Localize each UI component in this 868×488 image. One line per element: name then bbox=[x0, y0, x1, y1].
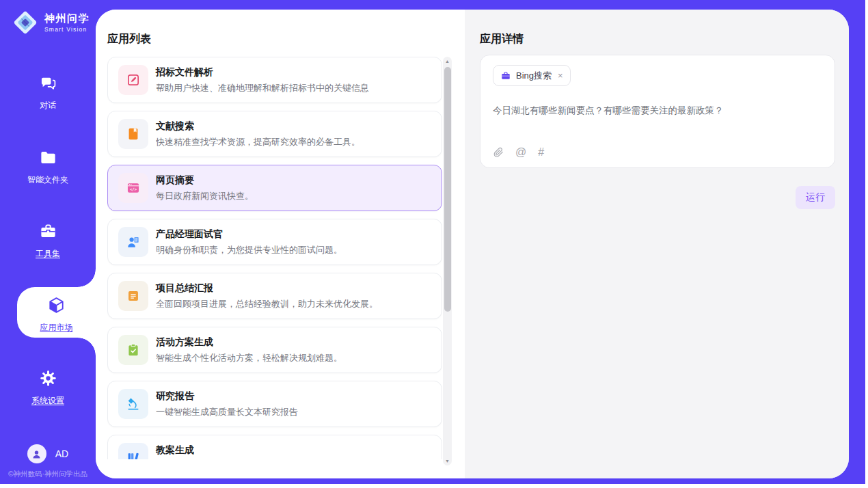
sidebar-item-smart-folders[interactable]: 智能文件夹 bbox=[0, 148, 96, 186]
user-name: AD bbox=[55, 448, 68, 459]
app-description: 智能生成个性化活动方案，轻松解决规划难题。 bbox=[156, 352, 342, 364]
app-list-item[interactable]: 招标文件解析帮助用户快速、准确地理解和解析招标书中的关键信息 bbox=[107, 57, 442, 103]
prompt-card: Bing搜索 × 今日湖北有哪些新闻要点？有哪些需要关注的最新政策？ @# bbox=[480, 55, 835, 168]
user-profile[interactable]: AD bbox=[0, 444, 96, 463]
sidebar: 神州问学 Smart Vision 对话智能文件夹工具集应用市场系统设置 AD … bbox=[0, 0, 96, 484]
content-card: 应用列表 招标文件解析帮助用户快速、准确地理解和解析招标书中的关键信息文献搜索快… bbox=[96, 10, 849, 478]
svg-text:</>: </> bbox=[130, 187, 137, 191]
app-description: 明确身份和职责，为您提供专业性的面试问题。 bbox=[156, 244, 342, 256]
run-button[interactable]: 运行 bbox=[796, 186, 835, 209]
app-list-title: 应用列表 bbox=[107, 32, 151, 46]
books-icon bbox=[118, 443, 148, 459]
app-list-item[interactable]: </>网页摘要每日政府新闻资讯快查。 bbox=[107, 165, 442, 211]
at-icon[interactable]: @ bbox=[515, 147, 526, 158]
app-list: 招标文件解析帮助用户快速、准确地理解和解析招标书中的关键信息文献搜索快速精准查找… bbox=[107, 57, 442, 459]
app-name: 招标文件解析 bbox=[156, 66, 369, 79]
app-description: 一键智能生成高质量长文本研究报告 bbox=[156, 406, 298, 418]
app-description: 快速精准查找学术资源，提高研究效率的必备工具。 bbox=[156, 136, 360, 148]
app-list-item[interactable]: 项目总结汇报全面回顾项目进展，总结经验教训，助力未来优化发展。 bbox=[107, 273, 442, 319]
app-name: 产品经理面试官 bbox=[156, 228, 342, 241]
run-row: 运行 bbox=[796, 186, 835, 209]
app-detail-title: 应用详情 bbox=[480, 32, 524, 46]
scrollbar[interactable]: ▲ ▼ bbox=[443, 57, 452, 465]
close-icon[interactable]: × bbox=[558, 70, 563, 81]
app-description: 每日政府新闻资讯快查。 bbox=[156, 190, 254, 202]
query-text[interactable]: 今日湖北有哪些新闻要点？有哪些需要关注的最新政策？ bbox=[493, 105, 822, 117]
hash-icon[interactable]: # bbox=[538, 147, 544, 158]
gear-icon bbox=[39, 369, 57, 388]
brand-tagline: Smart Vision bbox=[44, 26, 90, 33]
app-name: 教案生成 bbox=[156, 444, 334, 457]
app-window: 应用列表 招标文件解析帮助用户快速、准确地理解和解析招标书中的关键信息文献搜索快… bbox=[0, 0, 868, 488]
sidebar-item-label: 工具集 bbox=[0, 248, 96, 260]
app-list-item[interactable]: 活动方案生成智能生成个性化活动方案，轻松解决规划难题。 bbox=[107, 327, 442, 373]
brand-diamond-icon bbox=[11, 8, 40, 37]
cube-icon bbox=[47, 296, 66, 314]
sidebar-item-toolset[interactable]: 工具集 bbox=[0, 222, 96, 260]
briefcase-icon bbox=[500, 70, 511, 81]
tool-chip-label: Bing搜索 bbox=[516, 70, 552, 82]
app-list-item[interactable]: 教案生成模板驱动，教案秒成，教学准备从此轻松快捷 bbox=[107, 435, 442, 459]
app-name: 文献搜索 bbox=[156, 120, 360, 133]
browser-code-icon: </> bbox=[118, 173, 148, 203]
app-name: 活动方案生成 bbox=[156, 336, 342, 349]
sidebar-item-app-market[interactable]: 应用市场 bbox=[17, 287, 96, 338]
app-name: 研究报告 bbox=[156, 390, 298, 403]
app-description: 帮助用户快速、准确地理解和解析招标书中的关键信息 bbox=[156, 82, 369, 94]
sidebar-item-label: 系统设置 bbox=[0, 395, 96, 407]
folder-icon bbox=[39, 148, 57, 167]
copyright-text: ©神州数码·神州问学出品 bbox=[0, 470, 96, 479]
app-list-item[interactable]: 文献搜索快速精准查找学术资源，提高研究效率的必备工具。 bbox=[107, 111, 442, 157]
sidebar-item-label: 智能文件夹 bbox=[0, 174, 96, 186]
toolbox-icon bbox=[39, 222, 57, 241]
note-icon bbox=[118, 281, 148, 311]
app-list-item[interactable]: 产品经理面试官明确身份和职责，为您提供专业性的面试问题。 bbox=[107, 219, 442, 265]
avatar bbox=[27, 444, 46, 463]
paperclip-icon[interactable] bbox=[493, 147, 504, 158]
app-list-panel: 应用列表 招标文件解析帮助用户快速、准确地理解和解析招标书中的关键信息文献搜索快… bbox=[96, 10, 465, 478]
app-name: 网页摘要 bbox=[156, 174, 254, 187]
brand-name: 神州问学 bbox=[44, 12, 90, 25]
scrollbar-thumb[interactable] bbox=[444, 67, 451, 312]
sidebar-item-label: 应用市场 bbox=[17, 322, 96, 334]
clipboard-check-icon bbox=[118, 335, 148, 365]
scroll-down-arrow-icon[interactable]: ▼ bbox=[443, 459, 452, 463]
composer-toolbar: @# bbox=[493, 147, 544, 158]
sidebar-item-chat[interactable]: 对话 bbox=[0, 74, 96, 111]
chat-icon bbox=[39, 74, 57, 92]
tool-chip-bing-search[interactable]: Bing搜索 × bbox=[493, 65, 571, 86]
app-list-item[interactable]: 研究报告一键智能生成高质量长文本研究报告 bbox=[107, 381, 442, 427]
interviewer-icon bbox=[118, 227, 148, 257]
pen-square-icon bbox=[118, 65, 148, 95]
sidebar-item-label: 对话 bbox=[0, 100, 96, 111]
brand-logo: 神州问学 Smart Vision bbox=[11, 8, 90, 37]
book-icon bbox=[118, 119, 148, 149]
sidebar-item-system-settings[interactable]: 系统设置 bbox=[0, 369, 96, 407]
app-detail-panel: 应用详情 Bing搜索 × 今日湖北有哪些新闻要点？有哪些需要关注的最新政策？ … bbox=[465, 10, 849, 478]
microscope-icon bbox=[118, 389, 148, 419]
app-description: 全面回顾项目进展，总结经验教训，助力未来优化发展。 bbox=[156, 298, 378, 310]
scroll-up-arrow-icon[interactable]: ▲ bbox=[443, 59, 452, 64]
app-name: 项目总结汇报 bbox=[156, 282, 378, 295]
